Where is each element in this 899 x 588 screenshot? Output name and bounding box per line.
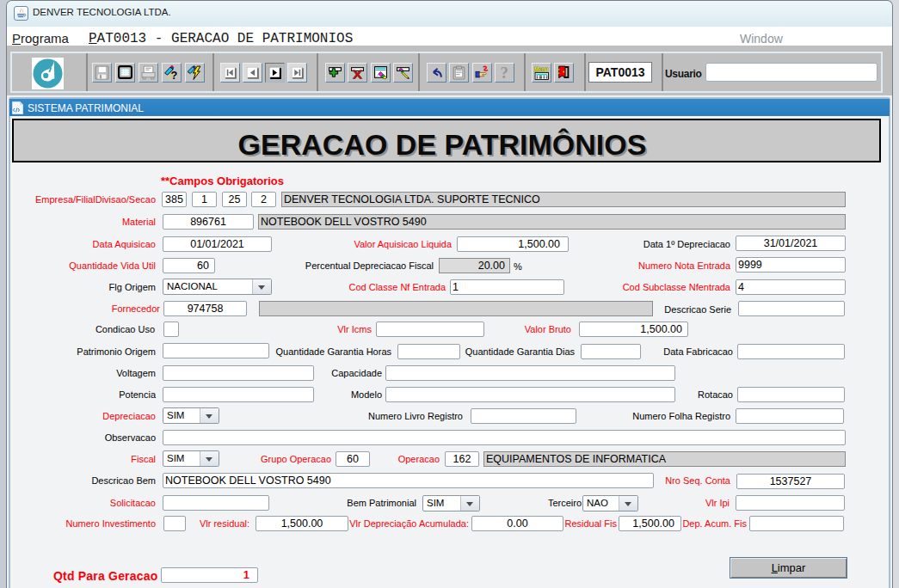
svg-text:?: ? — [170, 69, 177, 80]
svg-text:?: ? — [501, 65, 508, 80]
svg-text:Menu: Menu — [534, 65, 548, 73]
